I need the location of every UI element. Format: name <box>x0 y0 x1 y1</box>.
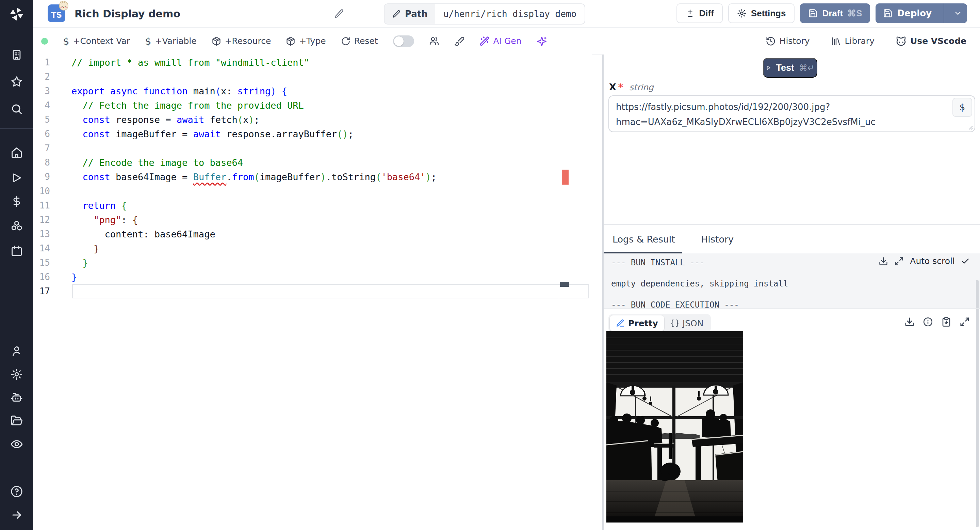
add-variable-button[interactable]: $ +Variable <box>145 35 197 47</box>
info-icon[interactable] <box>923 317 933 327</box>
path-button[interactable]: Path <box>385 4 435 24</box>
sparkles-icon <box>537 36 547 46</box>
code-line[interactable]: 15 } <box>33 255 592 270</box>
windmill-script-editor: TS Rich Display demo Path u/henri/ <box>0 0 980 530</box>
argument-header: X * string <box>609 82 654 92</box>
add-context-var-button[interactable]: $ +Context Var <box>63 35 130 47</box>
reset-label: Reset <box>354 36 378 46</box>
sidebar-divider <box>0 128 33 129</box>
arg-input-wrapper: https://fastly.picsum.photos/id/192/200/… <box>608 95 975 132</box>
code-line[interactable]: 6 const imageBuffer = await response.arr… <box>33 127 592 141</box>
resize-grip-icon[interactable] <box>967 124 973 130</box>
deploy-button[interactable]: Deploy <box>875 8 939 18</box>
view-json-button[interactable]: JSON <box>664 315 710 331</box>
search-icon[interactable] <box>11 103 23 115</box>
code-lines: 1// import * as wmill from "windmill-cli… <box>33 55 592 299</box>
user-icon[interactable] <box>11 345 23 357</box>
code-line[interactable]: 1// import * as wmill from "windmill-cli… <box>33 55 592 69</box>
download-result-icon[interactable] <box>904 317 915 327</box>
view-pretty-button[interactable]: Pretty <box>610 315 664 331</box>
line-number: 10 <box>33 186 50 196</box>
windmill-logo-icon[interactable] <box>9 6 24 22</box>
result-divider <box>604 308 980 309</box>
path-editor[interactable]: Path u/henri/rich_display_demo <box>384 3 585 24</box>
settings-gear-icon[interactable] <box>11 368 23 380</box>
help-icon[interactable] <box>10 485 23 498</box>
folders-icon[interactable] <box>11 415 23 427</box>
edit-summary-pencil-icon[interactable] <box>334 8 344 19</box>
draft-button[interactable]: Draft ⌘S <box>800 3 870 23</box>
code-line[interactable]: 9 const base64Image = Buffer.from(imageB… <box>33 170 592 184</box>
code-line[interactable]: 17 <box>33 284 592 299</box>
workers-robot-icon[interactable] <box>11 391 23 404</box>
pen-icon <box>616 319 625 328</box>
audit-eye-icon[interactable] <box>10 438 23 451</box>
assistant-toggle[interactable] <box>393 35 414 47</box>
code-line[interactable]: 3export async function main(x: string) { <box>33 84 592 98</box>
use-vscode-button[interactable]: Use VScode <box>896 36 966 47</box>
resources-boxes-icon[interactable] <box>11 220 23 232</box>
library-button[interactable]: Library <box>831 36 875 46</box>
top-header: TS Rich Display demo Path u/henri/ <box>33 0 980 27</box>
code-line[interactable]: 5 const response = await fetch(x); <box>33 112 592 127</box>
code-line[interactable]: 11 return { <box>33 198 592 212</box>
fullscreen-result-icon[interactable] <box>959 317 970 327</box>
users-icon <box>429 36 439 46</box>
diff-button[interactable]: Diff <box>676 3 723 23</box>
code-line[interactable]: 14 } <box>33 241 592 255</box>
result-view-switch: Pretty JSON <box>608 314 711 332</box>
download-logs-icon[interactable] <box>878 257 888 266</box>
code-line[interactable]: 16} <box>33 270 592 284</box>
script-title: Rich Display demo <box>75 8 180 20</box>
settings-label: Settings <box>751 8 786 19</box>
editor-scrollbar-thumb[interactable] <box>560 282 569 287</box>
code-line[interactable]: 10 <box>33 184 592 198</box>
schedules-calendar-icon[interactable] <box>11 245 23 257</box>
tab-logs-result[interactable]: Logs & Result <box>612 225 675 254</box>
use-vscode-label: Use VScode <box>910 36 966 46</box>
favorites-star-icon[interactable] <box>11 76 23 88</box>
code-line[interactable]: 2 <box>33 69 592 84</box>
ai-sparkles-button[interactable] <box>537 36 547 46</box>
line-number: 3 <box>33 86 50 96</box>
tab-history[interactable]: History <box>701 225 733 254</box>
expand-logs-icon[interactable] <box>894 257 904 266</box>
code-line[interactable]: 12 "png": { <box>33 212 592 227</box>
code-line[interactable]: 13 content: base64Image <box>33 227 592 241</box>
panel-scrollbar-thumb[interactable] <box>976 280 978 527</box>
workspace-building-icon[interactable] <box>11 49 22 61</box>
indent-guide <box>94 227 94 241</box>
variables-dollar-icon[interactable] <box>11 196 22 207</box>
error-marker <box>562 170 569 185</box>
ai-gen-button[interactable]: AI Gen <box>479 36 522 46</box>
copy-clipboard-icon[interactable] <box>941 317 951 327</box>
toggle-knob <box>394 37 404 46</box>
collab-users-button[interactable] <box>429 36 439 46</box>
editor-toolbar: $ +Context Var $ +Variable +Resource +Ty… <box>33 27 980 55</box>
pencil-icon <box>392 10 401 18</box>
collapse-arrow-right-icon[interactable] <box>11 509 23 521</box>
auto-scroll-label[interactable]: Auto scroll <box>910 256 955 266</box>
code-line[interactable]: 4 // Fetch the image from the provided U… <box>33 98 592 112</box>
code-editor[interactable]: 1// import * as wmill from "windmill-cli… <box>33 54 592 530</box>
line-number: 12 <box>33 215 50 225</box>
home-icon[interactable] <box>11 147 23 159</box>
code-text: } <box>72 243 99 254</box>
add-resource-button[interactable]: +Resource <box>212 36 271 46</box>
test-button[interactable]: Test ⌘↵ <box>763 58 817 78</box>
deploy-dropdown-button[interactable] <box>949 9 967 18</box>
line-number: 7 <box>33 143 50 153</box>
line-number: 2 <box>33 72 50 82</box>
arg-value-input[interactable]: https://fastly.picsum.photos/id/192/200/… <box>608 95 975 132</box>
history-label: History <box>780 36 810 46</box>
code-line[interactable]: 8 // Encode the image to base64 <box>33 155 592 170</box>
add-type-button[interactable]: +Type <box>286 36 326 46</box>
reset-button[interactable]: Reset <box>341 36 378 46</box>
history-button[interactable]: History <box>765 36 810 46</box>
format-brush-button[interactable] <box>454 36 465 46</box>
insert-variable-button[interactable]: $ <box>953 98 972 117</box>
code-line[interactable]: 7 <box>33 141 592 155</box>
typescript-bun-badge: TS <box>48 5 65 22</box>
runs-play-icon[interactable] <box>11 172 22 184</box>
settings-button[interactable]: Settings <box>728 3 795 23</box>
